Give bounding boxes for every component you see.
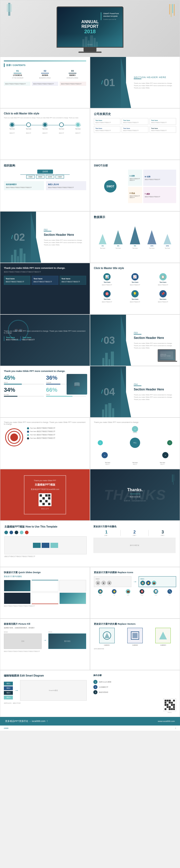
item3-num: 03 bbox=[60, 70, 85, 72]
howto-screenshot bbox=[4, 536, 87, 554]
dark1-box2: Text here 描述文字描述文字描述文字 bbox=[32, 276, 58, 285]
slide-row-5: Thank you make ISlide PPT more convenien… bbox=[0, 263, 180, 314]
slide-thanks: THANKS Thanks. 感谢您的观看 联系方式：example@email… bbox=[90, 469, 180, 521]
icon-replace-1: 🏠 home bbox=[94, 589, 107, 596]
section03-label: /03 bbox=[134, 332, 175, 334]
slide-contents: 目录 / CONTENTS 01 公司发展历史 关于我们的发展故事 02 组织架… bbox=[0, 57, 90, 108]
slide-section01: / 01 Section Header Here Thank you make … bbox=[90, 57, 180, 108]
thanks-decoration bbox=[172, 474, 175, 485]
section04-slash: / bbox=[101, 389, 103, 395]
section02-slash: / bbox=[11, 234, 13, 240]
history-item-1: Text here 描述文字描述文字描述文字 bbox=[94, 118, 120, 125]
slide-row-11: 快速设计方案 Quick Slides Design 更改设计方案中的颜色 描述… bbox=[0, 567, 180, 619]
item1-sub: 关于我们的发展故事 bbox=[5, 77, 30, 79]
footer-page: 1 bbox=[175, 727, 176, 729]
icon-replace-4: 🎯 target bbox=[136, 589, 148, 596]
section02-line bbox=[44, 231, 51, 231]
slide-data-display: 数据展示 1% Text here 3% Text here 5% Text h… bbox=[90, 211, 180, 263]
slide-section04: / 04 /04 Section Header Here Thank you m… bbox=[90, 366, 180, 417]
contents-desc-2: 描述文字描述文字描述文字描述文字 bbox=[32, 82, 58, 86]
flow-item-2: Text here bbox=[26, 122, 31, 130]
thumb-3 bbox=[60, 580, 86, 591]
howto-right: 更改设计方案中的颜色 1 步骤一 2 步骤二 3 步骤三 bbox=[93, 525, 176, 553]
footer: islide 1 bbox=[0, 725, 180, 731]
target-item-2: Text here 描述文字描述文字描述文字 bbox=[27, 430, 86, 433]
slide-replace-icons: 更改设计方案中的图标 Replace Icons 替换前 ● ● ● → 替换后… bbox=[90, 567, 180, 619]
vectors-desc: 使用矢量图形替换 bbox=[94, 648, 176, 649]
slide-row-3: 组织架构 总经理 市场部 销售部 技术部 行政部 组织架构图示 描述文字描述文字… bbox=[0, 160, 180, 211]
smart-left: 编辑智能图表 Edit Smart Diagram 项目1 项目2 项目3 项目… bbox=[4, 674, 87, 704]
history-item-3: Text here 描述文字描述文字描述文字 bbox=[150, 118, 176, 125]
vector-item-1: 矢量图形1 bbox=[94, 628, 120, 646]
photo-item1: Text here 描述文字描述文字 bbox=[4, 336, 18, 341]
vector-item-3: 矢量图形3 bbox=[150, 628, 176, 646]
slide-section03: / 03 /03 Section Header Here Thank you m… bbox=[90, 314, 180, 366]
picfill-before: 填充前 形状 bbox=[4, 631, 42, 649]
replace-arrow: → bbox=[133, 576, 137, 587]
slide-row-1: 目录 / CONTENTS 01 公司发展历史 关于我们的发展故事 02 组织架… bbox=[0, 57, 180, 108]
icon-replace-3: 💼 work bbox=[122, 589, 135, 596]
section04-num: 04 bbox=[104, 386, 115, 398]
icon-replace-6: 🔧 tool bbox=[163, 589, 176, 596]
stat-3: 34% 用户增长 bbox=[4, 386, 44, 397]
thanks-title: Thanks. bbox=[124, 488, 146, 492]
master2-item-1: 📊 Text here 描述文字描述文字 bbox=[94, 272, 120, 287]
dark1-box3: Text here 描述文字描述文字描述文字 bbox=[60, 276, 86, 285]
flow-desc-3: 描述文字 bbox=[42, 132, 47, 134]
photo-desc: Thank you make ISlide PPT more convenien… bbox=[4, 330, 86, 334]
smart-desc: 选择SmartArt，编辑文字内容 bbox=[4, 702, 87, 704]
bubble-mr: ● bbox=[167, 440, 172, 445]
slide-row-6: 👓 Thank you make ISlide PPT more conveni… bbox=[0, 314, 180, 366]
section-right: Section Header Here Thank you make ISlid… bbox=[126, 57, 180, 108]
swot-title: SWOT分析 bbox=[94, 164, 176, 167]
howto-left: 主题模板PPT模版 How to Use This Template 描述文字描… bbox=[4, 525, 87, 558]
svg-marker-1 bbox=[114, 230, 123, 244]
swot-o: O 机会 描述文字描述文字描述文字 bbox=[128, 187, 142, 203]
smart-preview: SmartArt预览 bbox=[20, 680, 86, 701]
color-dot-3 bbox=[15, 531, 18, 534]
svg-marker-3 bbox=[147, 230, 156, 244]
dark1-desc: 描述文字描述文字描述文字描述文字描述文字描述文字 bbox=[4, 271, 86, 273]
howto-title: 主题模板PPT模版 How to Use This Template bbox=[4, 525, 87, 529]
quick-desc: 描述文字描述文字描述文字描述文字描述文字描述文字 bbox=[4, 605, 86, 607]
stats-title: Thank you make ISlide PPT more convenien… bbox=[4, 370, 86, 372]
history-item-2: Text here 描述文字描述文字描述文字 bbox=[122, 118, 148, 125]
section-left: / 01 bbox=[90, 57, 126, 108]
stat-1: 45% 增长率 bbox=[4, 374, 44, 384]
smart-title: 编辑智能图表 Edit Smart Diagram bbox=[4, 674, 87, 678]
slide-cover: ANNUAL REPORT 2018 ISlide® PowerPoint st… bbox=[0, 0, 180, 57]
dark1-title: Thank you make ISlide PPT more convenien… bbox=[4, 267, 86, 269]
slide-master-style2: Click to Master title style 📊 Text here … bbox=[90, 263, 180, 314]
color-dot-5 bbox=[25, 531, 29, 534]
slide-picture-fill: 嵌套填充图片 Picture Fill 选择图片形状，右键设置形状格式，填充图片… bbox=[0, 619, 90, 670]
mountain-2: 3% Text here bbox=[114, 230, 123, 249]
master2-item-2: 📈 Text here 描述文字描述文字 bbox=[122, 272, 148, 287]
section-num: 01 bbox=[104, 77, 115, 88]
flow-item-3: Text here bbox=[42, 122, 48, 130]
bubble-label-2: Text here描述文字 bbox=[133, 462, 138, 465]
item1-line bbox=[14, 73, 21, 73]
swot-t: T 威胁 描述文字描述文字描述文字 bbox=[143, 187, 176, 203]
section02-title: Section Header Here bbox=[44, 233, 84, 237]
section03-desc: Thank you make ISlide PPT more convenien… bbox=[134, 342, 175, 349]
master2-item-6: 📌 Text here 描述文字描述文字 bbox=[150, 289, 176, 304]
master-desc: Thank you make ISlide PPT more convenien… bbox=[4, 117, 86, 119]
slide-row-9: Thank you make ISlide PPT 主题模板PPT模版 更多精品… bbox=[0, 469, 180, 521]
slide-bubble: Thank you make ISlide PPT more convenien… bbox=[90, 417, 180, 469]
section-triangle bbox=[121, 57, 131, 108]
slide-master-style: Click to edit Master title style Thank y… bbox=[0, 108, 90, 160]
flow-desc-5: 描述文字 bbox=[75, 132, 80, 134]
mountain-1: 1% Text here bbox=[99, 234, 106, 249]
picfill-desc: 选择图片形状，右键设置形状格式，填充图片 bbox=[4, 627, 86, 629]
slide-section02: / 02 /02 Section Header Here Thank you m… bbox=[0, 211, 90, 263]
slide-photo-dark: 👓 Thank you make ISlide PPT more conveni… bbox=[0, 314, 90, 366]
cover-subtitle: ISlide® PowerPoint standard template bbox=[103, 12, 119, 18]
section03-right: /03 Section Header Here Thank you make I… bbox=[126, 315, 180, 366]
svg-marker-6 bbox=[104, 633, 110, 638]
thanks-contact: 联系方式：example@email.com bbox=[124, 500, 146, 502]
section03-line bbox=[134, 334, 141, 335]
smart-step-3: 3 修改内容保存 bbox=[93, 690, 176, 694]
section04-desc: Thank you make ISlide PPT more convenien… bbox=[134, 394, 175, 401]
flow-item-4: Text here bbox=[59, 122, 64, 130]
stats-photo: 📖 bbox=[67, 374, 87, 395]
